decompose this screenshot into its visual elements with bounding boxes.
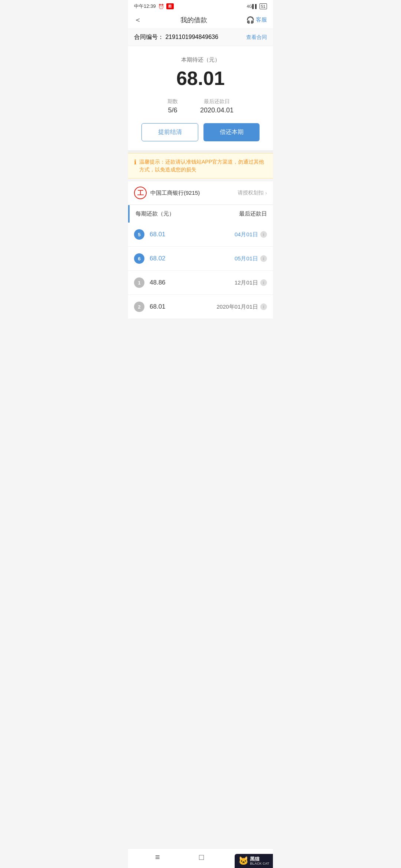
bank-icon: 工 [134, 187, 147, 199]
bank-left: 工 中国工商银行(9215) [134, 187, 200, 199]
table-row: 5 68.01 04月01日 i [128, 223, 273, 247]
due-date-info: 最后还款日 2020.04.01 [200, 98, 234, 114]
early-settle-button[interactable]: 提前结清 [141, 123, 198, 141]
customer-service-button[interactable]: 🎧 客服 [246, 16, 267, 24]
period-badge: 6 [134, 253, 144, 264]
bank-section[interactable]: 工 中国工商银行(9215) 请授权划扣 › [128, 181, 273, 205]
signal-icon: 4G▌▌ [247, 4, 258, 9]
pay-now-button[interactable]: 偿还本期 [203, 123, 260, 141]
row-right: 12月01日 i [235, 279, 267, 286]
warning-banner: ℹ 温馨提示：还款请认准钱站APP官方渠道，勿通过其他方式，以免造成您的损失 [128, 153, 273, 178]
info-button[interactable]: i [260, 231, 267, 238]
page-title: 我的借款 [180, 16, 207, 24]
red-flag-icon: 图 [166, 3, 174, 9]
table-row: 2 68.01 2020年01月01日 i [128, 295, 273, 319]
contract-number: 2191101994849636 [165, 34, 218, 40]
row-amount: 68.01 [150, 303, 211, 310]
battery-indicator: 51 [260, 3, 267, 9]
row-date: 05月01日 [235, 255, 258, 262]
bank-icon-text: 工 [137, 189, 144, 197]
due-date-label: 最后还款日 [200, 98, 234, 105]
status-time: 中午12:39 [134, 3, 156, 10]
row-right: 04月01日 i [235, 231, 267, 238]
row-amount: 68.01 [150, 231, 229, 238]
headset-icon: 🎧 [246, 16, 254, 24]
amount-value: 68.01 [136, 67, 265, 89]
service-label: 客服 [256, 16, 267, 23]
info-button[interactable]: i [260, 303, 267, 310]
period-badge: 1 [134, 277, 144, 288]
info-button[interactable]: i [260, 255, 267, 262]
bank-action-label: 请授权划扣 [238, 190, 264, 196]
period-badge: 5 [134, 229, 144, 240]
chevron-right-icon: › [265, 190, 267, 196]
action-buttons: 提前结清 偿还本期 [136, 123, 265, 141]
row-date: 12月01日 [235, 279, 258, 286]
row-right: 05月01日 i [235, 255, 267, 262]
period-info: 期数 5/6 [167, 98, 178, 114]
navigation-bar: ＜ 我的借款 🎧 客服 [128, 11, 273, 29]
info-button[interactable]: i [260, 279, 267, 286]
amount-label: 本期待还（元） [136, 56, 265, 63]
status-left: 中午12:39 ⏰ 图 [134, 3, 174, 10]
row-right: 2020年01月01日 i [216, 303, 267, 310]
warning-text: 温馨提示：还款请认准钱站APP官方渠道，勿通过其他方式，以免造成您的损失 [139, 158, 267, 174]
period-badge: 2 [134, 302, 144, 312]
info-row: 期数 5/6 最后还款日 2020.04.01 [136, 98, 265, 114]
table-header-amount: 每期还款（元） [136, 210, 175, 217]
contract-info: 合同编号： 2191101994849636 [134, 33, 218, 41]
row-amount: 68.02 [150, 255, 229, 262]
due-date-value: 2020.04.01 [200, 106, 234, 114]
contract-banner: 合同编号： 2191101994849636 查看合同 [128, 29, 273, 46]
status-bar: 中午12:39 ⏰ 图 4G▌▌ 51 [128, 0, 273, 11]
alarm-icon: ⏰ [158, 4, 164, 9]
back-button[interactable]: ＜ [134, 15, 141, 25]
view-contract-button[interactable]: 查看合同 [246, 34, 267, 41]
repayment-table: 5 68.01 04月01日 i 6 68.02 05月01日 i 1 48.8… [128, 223, 273, 319]
status-right: 4G▌▌ 51 [247, 3, 267, 9]
bank-right: 请授权划扣 › [238, 190, 267, 196]
row-date: 04月01日 [235, 231, 258, 238]
contract-prefix: 合同编号： [134, 34, 164, 40]
table-row: 6 68.02 05月01日 i [128, 247, 273, 271]
table-header-date: 最后还款日 [239, 210, 267, 217]
table-row: 1 48.86 12月01日 i [128, 271, 273, 295]
period-value: 5/6 [167, 106, 178, 114]
warning-icon: ℹ [134, 158, 136, 166]
bank-name: 中国工商银行(9215) [150, 190, 200, 197]
row-date: 2020年01月01日 [216, 303, 258, 310]
section-divider [128, 150, 273, 153]
period-label: 期数 [167, 98, 178, 105]
battery-level: 51 [261, 4, 265, 9]
row-amount: 48.86 [150, 279, 229, 286]
table-header: 每期还款（元） 最后还款日 [128, 205, 273, 223]
amount-section: 本期待还（元） 68.01 期数 5/6 最后还款日 2020.04.01 提前… [128, 46, 273, 150]
